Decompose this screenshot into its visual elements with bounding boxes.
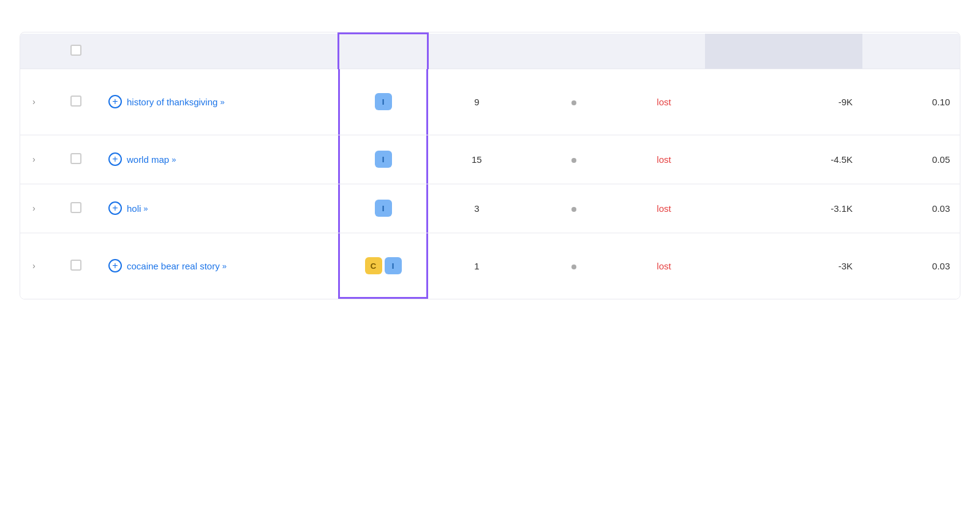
th-traffic-pct <box>862 34 960 69</box>
keyword-link[interactable]: holi » <box>127 203 148 214</box>
intent-badge-i: I <box>375 200 392 217</box>
expand-button[interactable]: › <box>30 94 38 109</box>
table-body: ›+history of thanksgiving »I9lost-9K0.10… <box>20 69 960 299</box>
traffic-change-cell: -4.5K <box>705 135 862 184</box>
keyword-link[interactable]: world map » <box>127 154 176 165</box>
table-row: ›+world map »I15lost-4.5K0.05 <box>20 135 960 184</box>
th-traffic-change <box>705 34 862 69</box>
table-row: ›+holi »I3lost-3.1K0.03 <box>20 184 960 233</box>
diff-cell: lost <box>623 184 705 233</box>
keyword-link[interactable]: history of thanksgiving » <box>127 97 225 107</box>
traffic-change-cell: -3K <box>705 233 862 299</box>
expand-cell: › <box>20 233 54 299</box>
th-current <box>526 34 623 69</box>
current-dot <box>571 265 576 269</box>
keyword-cell: +cocaine bear real story » <box>99 233 338 299</box>
expand-cell: › <box>20 69 54 135</box>
traffic-change-value: -3.1K <box>831 203 853 214</box>
th-diff <box>623 34 705 69</box>
diff-value: lost <box>657 154 671 165</box>
traffic-pct-cell: 0.05 <box>862 135 960 184</box>
traffic-change-value: -4.5K <box>831 154 853 165</box>
add-keyword-icon[interactable]: + <box>108 95 122 108</box>
check-cell <box>54 69 99 135</box>
th-check <box>54 34 99 69</box>
intent-badge-i: I <box>385 257 402 274</box>
expand-cell: › <box>20 135 54 184</box>
table-header-row <box>20 34 960 69</box>
current-dot <box>571 207 576 212</box>
intent-cell: CI <box>338 233 428 299</box>
intent-badge-i: I <box>375 151 392 168</box>
check-cell <box>54 135 99 184</box>
previous-cell: 1 <box>428 233 526 299</box>
keyword-cell: +world map » <box>99 135 338 184</box>
th-expand <box>20 34 54 69</box>
intent-cell: I <box>338 69 428 135</box>
traffic-change-value: -9K <box>839 97 853 107</box>
current-dot <box>571 158 576 163</box>
diff-value: lost <box>657 203 671 214</box>
current-cell <box>526 69 623 135</box>
current-cell <box>526 135 623 184</box>
th-intent <box>338 34 428 69</box>
add-keyword-icon[interactable]: + <box>108 201 122 215</box>
th-previous <box>428 34 526 69</box>
row-checkbox[interactable] <box>70 153 81 164</box>
table-row: ›+history of thanksgiving »I9lost-9K0.10 <box>20 69 960 135</box>
diff-cell: lost <box>623 233 705 299</box>
check-cell <box>54 233 99 299</box>
results-table: ›+history of thanksgiving »I9lost-9K0.10… <box>20 32 960 299</box>
intent-badge-c: C <box>365 257 382 274</box>
row-checkbox[interactable] <box>70 202 81 213</box>
keyword-cell: +holi » <box>99 184 338 233</box>
th-keyword <box>99 34 338 69</box>
add-keyword-icon[interactable]: + <box>108 152 122 166</box>
main-container: ›+history of thanksgiving »I9lost-9K0.10… <box>0 0 980 518</box>
add-keyword-icon[interactable]: + <box>108 259 122 272</box>
previous-cell: 15 <box>428 135 526 184</box>
intent-cell: I <box>338 135 428 184</box>
traffic-pct-cell: 0.03 <box>862 184 960 233</box>
previous-cell: 9 <box>428 69 526 135</box>
diff-cell: lost <box>623 69 705 135</box>
keyword-cell: +history of thanksgiving » <box>99 69 338 135</box>
traffic-change-cell: -3.1K <box>705 184 862 233</box>
intent-cell: I <box>338 184 428 233</box>
check-cell <box>54 184 99 233</box>
traffic-change-value: -3K <box>839 261 853 271</box>
expand-button[interactable]: › <box>30 201 38 216</box>
row-checkbox[interactable] <box>70 260 81 271</box>
diff-value: lost <box>657 261 671 271</box>
expand-button[interactable]: › <box>30 258 38 273</box>
expand-cell: › <box>20 184 54 233</box>
table-row: ›+cocaine bear real story »CI1lost-3K0.0… <box>20 233 960 299</box>
row-checkbox[interactable] <box>70 96 81 107</box>
diff-cell: lost <box>623 135 705 184</box>
current-dot <box>571 100 576 105</box>
current-cell <box>526 233 623 299</box>
keyword-link[interactable]: cocaine bear real story » <box>127 261 227 271</box>
current-cell <box>526 184 623 233</box>
table-wrapper: ›+history of thanksgiving »I9lost-9K0.10… <box>20 32 960 299</box>
traffic-pct-cell: 0.03 <box>862 233 960 299</box>
traffic-pct-cell: 0.10 <box>862 69 960 135</box>
header-checkbox[interactable] <box>70 45 81 56</box>
traffic-change-cell: -9K <box>705 69 862 135</box>
previous-cell: 3 <box>428 184 526 233</box>
intent-badge-i: I <box>375 93 392 110</box>
expand-button[interactable]: › <box>30 152 38 167</box>
diff-value: lost <box>657 97 671 107</box>
